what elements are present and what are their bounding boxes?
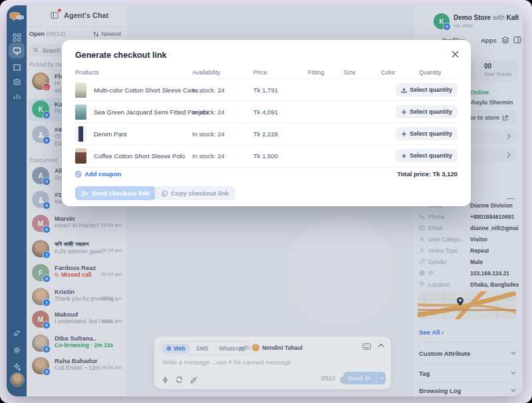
plus-icon (401, 153, 407, 159)
product-row: Coffee Cotton Short Sleeve Polo In stock… (75, 144, 458, 168)
close-icon[interactable] (452, 51, 459, 58)
product-availability: In stock: 24 (192, 108, 225, 116)
product-price: Tk 1,500 (253, 152, 278, 160)
product-price: Tk 4,091 (253, 108, 278, 116)
send-plane-icon (82, 190, 88, 197)
select-quantity-button[interactable]: Select quantity (396, 127, 458, 140)
product-name: Multi-color Cotton Short Sleeve Casu... (94, 86, 203, 94)
generate-checkout-link-modal: Generate checkout link Products Availabi… (62, 40, 471, 206)
download-icon (401, 87, 407, 93)
select-quantity-button[interactable]: Select quantity (396, 105, 458, 118)
product-price: Tk 2,228 (253, 130, 278, 138)
add-coupon-link[interactable]: Add coupon (75, 170, 121, 178)
total-price: Total price: Tk 3,120 (397, 170, 458, 178)
product-row: Multi-color Cotton Short Sleeve Casu... … (75, 78, 458, 101)
product-row: Sea Green Jacquard Semi Fitted Panjabi I… (75, 100, 458, 123)
plus-icon (401, 109, 407, 115)
col-availability: Availability (192, 69, 220, 76)
coupon-icon (75, 171, 82, 178)
copy-icon (162, 190, 168, 197)
product-image (75, 104, 86, 120)
product-name: Sea Green Jacquard Semi Fitted Panjabi (94, 108, 209, 116)
col-price: Price (253, 69, 267, 76)
product-availability: In stock: 24 (192, 152, 225, 160)
desktop-background: Agent's Chat Open (08/10) Newest Picked … (0, 0, 532, 403)
product-row: Denim Pant In stock: 24 Tk 2,228 Select … (75, 122, 458, 145)
product-name: Denim Pant (94, 130, 127, 138)
product-availability: In stock: 24 (192, 130, 225, 138)
col-size: Size (344, 69, 356, 76)
select-quantity-button[interactable]: Select quantity (396, 149, 458, 162)
product-name: Coffee Cotton Short Sleeve Polo (94, 152, 185, 160)
modal-title: Generate checkout link (75, 51, 167, 60)
product-availability: In stock: 24 (192, 86, 225, 94)
col-products: Products (75, 69, 99, 76)
col-color: Color (381, 69, 396, 76)
col-fitting: Fitting (308, 69, 325, 76)
send-checkout-link-button[interactable]: Send checkout link (75, 186, 156, 200)
copy-checkout-link-button[interactable]: Copy checkout link (155, 186, 235, 200)
select-quantity-button[interactable]: Select quantity (396, 83, 458, 96)
product-image (75, 82, 86, 98)
app-window: Agent's Chat Open (08/10) Newest Picked … (7, 5, 523, 396)
product-image (75, 126, 86, 142)
col-quantity: Quantity (419, 69, 442, 76)
product-price: Tk 1,791 (253, 86, 278, 94)
plus-icon (401, 131, 407, 137)
product-image (75, 148, 86, 164)
